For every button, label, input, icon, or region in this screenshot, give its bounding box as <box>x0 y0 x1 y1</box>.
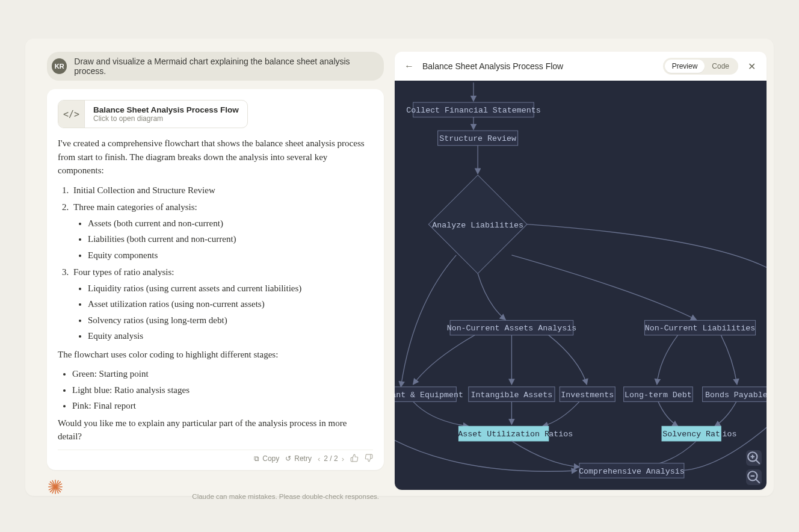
list-item: Liabilities (both current and non-curren… <box>88 232 373 246</box>
view-toggle: Preview Code <box>663 58 738 75</box>
pager: ‹ 2 / 2 › <box>318 454 344 463</box>
list-item: Equity analysis <box>88 329 373 343</box>
assistant-prose: I've created a comprehensive flowchart t… <box>58 137 373 444</box>
diagram-node: Collect Financial Statements <box>406 106 540 115</box>
user-prompt-text: Draw and visualize a Mermaid chart expla… <box>74 57 375 76</box>
diagram-node: Intangible Assets <box>471 391 553 400</box>
diagram-node: Structure Review <box>439 134 516 143</box>
message-actions: ⧉ Copy ↺ Retry ‹ 2 / 2 › <box>58 450 373 468</box>
chevron-left-icon[interactable]: ‹ <box>318 454 320 463</box>
zoom-controls <box>746 450 762 485</box>
disclaimer-text: Claude can make mistakes. Please double-… <box>47 493 384 500</box>
code-tab[interactable]: Code <box>705 60 736 73</box>
artifact-title: Balance Sheet Analysis Process Flow <box>93 105 239 114</box>
list-item: Green: Starting point <box>72 367 373 381</box>
svg-line-35 <box>756 460 760 464</box>
diagram-node: Analyze Liabilities <box>432 221 523 230</box>
diagram-node: atios <box>549 430 573 439</box>
list-item: Initial Collection and Structure Review <box>71 184 373 197</box>
outro-paragraph: Would you like me to explain any particu… <box>58 416 373 444</box>
retry-icon: ↺ <box>285 454 291 463</box>
list-item: Four types of ratio analysis: Liquidity … <box>71 265 373 343</box>
diagram-node: ios <box>723 430 737 439</box>
artifact-panel: ← Balance Sheet Analysis Process Flow Pr… <box>395 52 767 490</box>
artifact-chip[interactable]: </> Balance Sheet Analysis Process Flow … <box>58 100 248 128</box>
thumbs-down-button[interactable] <box>365 454 373 464</box>
retry-button[interactable]: ↺ Retry <box>285 454 312 463</box>
thumbs-up-button[interactable] <box>350 454 359 464</box>
close-icon[interactable]: ✕ <box>744 61 759 72</box>
diagram-node: Non-Current Liabilities <box>645 324 756 333</box>
conversation-column: KR Draw and visualize a Mermaid chart ex… <box>47 52 384 490</box>
pager-count: 2 / 2 <box>324 454 338 463</box>
color-intro: The flowchart uses color coding to highl… <box>58 348 373 362</box>
back-arrow-icon[interactable]: ← <box>402 60 416 73</box>
diagram-node: Comprehensive Analysis <box>579 467 685 476</box>
list-item: Liquidity ratios (using current assets a… <box>88 282 373 295</box>
user-avatar: KR <box>52 58 67 74</box>
diagram-node: Plant & Equipment <box>395 391 463 400</box>
panel-header: ← Balance Sheet Analysis Process Flow Pr… <box>395 52 767 81</box>
list-item: Three main categories of analysis: Asset… <box>71 200 373 262</box>
chevron-right-icon[interactable]: › <box>342 454 344 463</box>
assistant-message: </> Balance Sheet Analysis Process Flow … <box>47 89 384 470</box>
artifact-subtitle: Click to open diagram <box>93 114 239 123</box>
list-item: Assets (both current and non-current) <box>88 217 373 230</box>
diagram-canvas[interactable]: Collect Financial Statements Structure R… <box>395 81 767 490</box>
list-item: Light blue: Ratio analysis stages <box>72 383 373 397</box>
copy-button[interactable]: ⧉ Copy <box>254 454 279 463</box>
diagram-node: Bonds Payable <box>705 391 767 400</box>
preview-tab[interactable]: Preview <box>665 60 705 73</box>
diagram-node: Solvency Rat <box>662 430 720 439</box>
code-icon: </> <box>58 101 85 128</box>
zoom-in-button[interactable] <box>746 450 762 466</box>
diagram-node: Asset Utilization R <box>458 430 549 439</box>
panel-title: Balance Sheet Analysis Process Flow <box>422 61 657 71</box>
list-item: Asset utilization ratios (using non-curr… <box>88 297 373 311</box>
copy-icon: ⧉ <box>254 454 259 463</box>
list-item: Solvency ratios (using long-term debt) <box>88 314 373 327</box>
list-item: Equity components <box>88 249 373 262</box>
list-item: Pink: Final report <box>72 399 373 413</box>
zoom-out-button[interactable] <box>746 469 762 485</box>
svg-line-39 <box>756 479 760 483</box>
user-message: KR Draw and visualize a Mermaid chart ex… <box>47 52 384 81</box>
diagram-node: Long-term Debt <box>625 391 692 400</box>
intro-paragraph: I've created a comprehensive flowchart t… <box>58 137 373 178</box>
app-shell: KR Draw and visualize a Mermaid chart ex… <box>25 39 774 496</box>
diagram-node: Non-Current Assets Analysis <box>447 324 576 333</box>
diagram-node: Investments <box>561 391 614 400</box>
